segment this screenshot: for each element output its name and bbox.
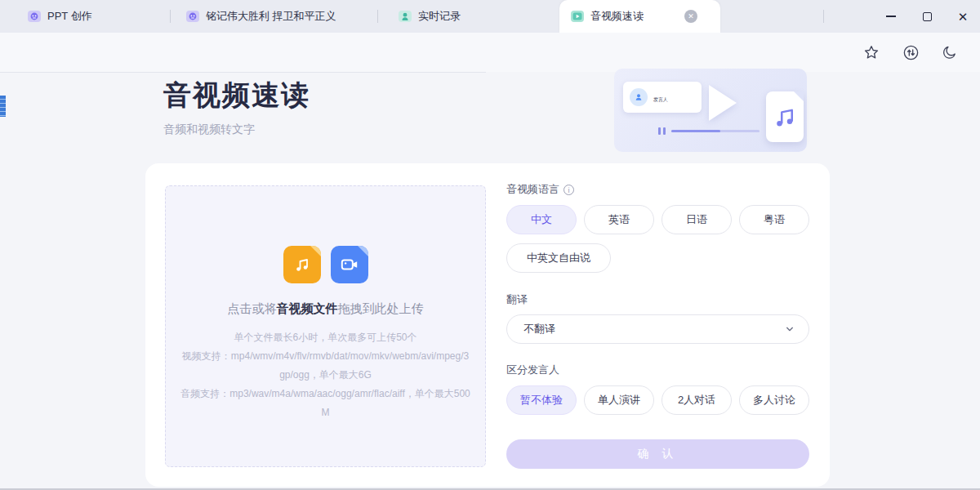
tab-label: 音视频速读: [590, 9, 644, 24]
upload-dropzone[interactable]: 点击或将音视频文件拖拽到此处上传 单个文件最长6小时，单次最多可上传50个 视频…: [165, 185, 486, 467]
hint-line: 音频支持：mp3/wav/m4a/wma/aac/ogg/amr/flac/ai…: [180, 385, 472, 422]
app-window: PPT 创作 铭记伟大胜利 捍卫和平正义 实时记录: [0, 0, 980, 490]
speaker-option-multi[interactable]: 多人讨论: [739, 385, 809, 415]
minimize-button[interactable]: [884, 9, 898, 24]
language-label: 音视频语言: [506, 182, 559, 197]
tab-label: 实时记录: [418, 9, 461, 24]
speaker-option-single[interactable]: 单人演讲: [584, 385, 654, 415]
language-label-row: 音视频语言 i: [506, 182, 809, 197]
play-icon: [709, 85, 737, 121]
window-controls: ✕: [884, 0, 970, 33]
toolbar: [0, 33, 980, 72]
video-file-icon: [331, 246, 368, 283]
pause-icon: [658, 127, 666, 135]
tab-label: 铭记伟大胜利 捍卫和平正义: [206, 9, 336, 24]
tab-media-read-active[interactable]: 音视频速读 ✕: [559, 0, 720, 33]
speaker-option-two[interactable]: 2人对话: [662, 385, 732, 415]
upload-hints: 单个文件最长6小时，单次最多可上传50个 视频支持：mp4/wmv/m4v/fl…: [180, 328, 472, 422]
music-file-card: [766, 91, 804, 142]
maximize-button[interactable]: [920, 9, 934, 24]
tab-realtime-record[interactable]: 实时记录: [399, 0, 461, 33]
translate-label-row: 翻译: [506, 292, 809, 307]
ppt-robot-icon: [186, 10, 199, 23]
tab-divider: [377, 10, 378, 23]
tab-bar: PPT 创作 铭记伟大胜利 捍卫和平正义 实时记录: [0, 0, 980, 33]
language-option-chinese[interactable]: 中文: [506, 205, 577, 234]
page-subtitle: 音频和视频转文字: [163, 122, 255, 137]
tab-divider: [170, 10, 171, 23]
star-icon[interactable]: [862, 43, 880, 61]
confirm-button[interactable]: 确 认: [506, 439, 809, 469]
page-title: 音视频速读: [163, 77, 310, 114]
language-option-english[interactable]: 英语: [584, 205, 654, 234]
close-window-button[interactable]: ✕: [956, 9, 970, 24]
main-card: 点击或将音视频文件拖拽到此处上传 单个文件最长6小时，单次最多可上传50个 视频…: [145, 163, 830, 487]
tab-victory-doc[interactable]: 铭记伟大胜利 捍卫和平正义: [186, 0, 336, 33]
upload-instruction: 点击或将音视频文件拖拽到此处上传: [166, 301, 485, 317]
speaker-label: 发言人: [653, 97, 668, 102]
progress-bar: [671, 130, 760, 132]
tab-label: PPT 创作: [47, 9, 92, 24]
header-divider: [0, 72, 486, 73]
tab-close-icon[interactable]: ✕: [684, 10, 697, 23]
translate-select[interactable]: 不翻译: [506, 314, 809, 344]
ppt-robot-icon: [28, 10, 41, 23]
speaker-label: 区分发言人: [506, 363, 559, 377]
language-option-japanese[interactable]: 日语: [662, 205, 732, 234]
speaker-label-row: 区分发言人: [506, 363, 809, 377]
media-player-illustration: 发言人: [614, 69, 807, 152]
hint-line: 视频支持：mp4/wmv/m4v/flv/rmvb/dat/mov/mkv/we…: [180, 347, 472, 385]
music-note-icon: [773, 105, 797, 129]
speaker-card: 发言人: [623, 82, 702, 113]
docked-edge-widget[interactable]: [0, 96, 6, 117]
avatar: [630, 88, 648, 106]
tab-ppt-creation[interactable]: PPT 创作: [28, 0, 92, 33]
sort-transfer-icon[interactable]: [902, 43, 920, 61]
realtime-record-icon: [399, 10, 412, 23]
audio-file-icon: [283, 246, 321, 283]
speaker-option-none[interactable]: 暂不体验: [506, 385, 577, 415]
media-read-icon: [571, 10, 584, 23]
translate-selected-value: 不翻译: [523, 322, 555, 336]
info-icon[interactable]: i: [564, 185, 574, 195]
language-option-cantonese[interactable]: 粤语: [739, 205, 809, 234]
speaker-options: 暂不体验 单人演讲 2人对话 多人讨论: [506, 385, 809, 415]
hint-line: 单个文件最长6小时，单次最多可上传50个: [180, 328, 472, 347]
language-option-mixed[interactable]: 中英文自由说: [506, 243, 611, 273]
language-options: 中文 英语 日语 粤语: [506, 205, 809, 234]
tab-divider: [823, 10, 824, 23]
chevron-down-icon: [786, 325, 794, 333]
translate-label: 翻译: [506, 292, 528, 307]
moon-icon[interactable]: [941, 43, 959, 61]
options-panel: 音视频语言 i 中文 英语 日语 粤语 中英文自由说 翻译 不翻译: [506, 182, 809, 469]
